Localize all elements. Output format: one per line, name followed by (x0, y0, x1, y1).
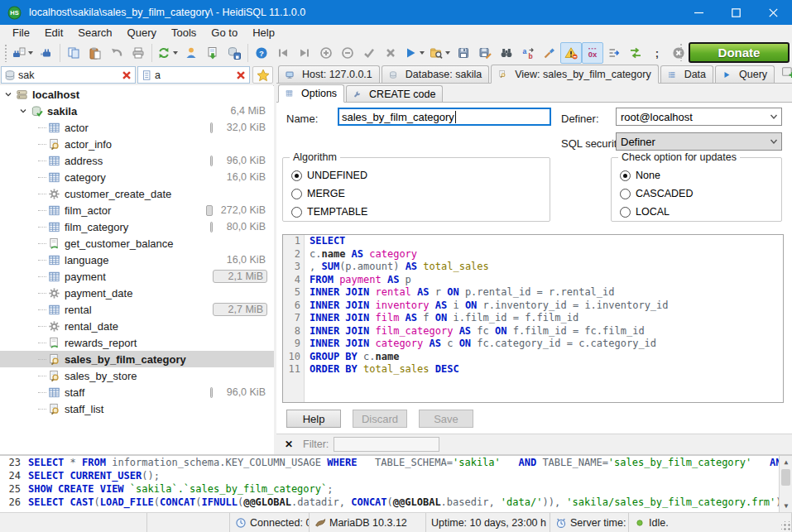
menu-item-search[interactable]: Search (70, 25, 119, 41)
tree-item-rental_date[interactable]: rental_date (0, 318, 274, 334)
tree-item-sales_by_film_category[interactable]: sales_by_film_category (0, 351, 274, 367)
tab-database-sakila[interactable]: Database: sakila (382, 65, 489, 83)
menu-item-file[interactable]: File (5, 25, 37, 41)
radio-dot[interactable] (620, 189, 631, 199)
help-button[interactable]: Help (286, 410, 341, 428)
log-scrollbar[interactable]: ▲ ▼ (779, 456, 792, 512)
menu-item-go-to[interactable]: Go to (204, 25, 245, 41)
subtab-create-code[interactable]: CREATE code (346, 85, 443, 102)
tab-data[interactable]: Data (660, 65, 713, 83)
last-row-button[interactable] (294, 42, 315, 64)
new-query-tab-button[interactable] (781, 65, 792, 81)
dropdown-caret-icon[interactable] (420, 51, 425, 57)
view-select-code-editor[interactable]: 1SELECT2c.name AS category3, SUM(p.amoun… (282, 234, 784, 403)
delete-row-button[interactable] (337, 42, 358, 64)
tree-item-staff[interactable]: staff96,0 KiB (0, 384, 274, 400)
toolbar-grip[interactable] (4, 44, 8, 62)
minimize-button[interactable] (680, 0, 718, 25)
favorites-button[interactable] (252, 66, 273, 84)
dropdown-caret-icon[interactable] (28, 51, 33, 57)
filter-input[interactable] (334, 437, 439, 452)
save-button[interactable]: Save (419, 410, 473, 428)
tree-item-sakila[interactable]: sakila6,4 MiB (0, 103, 274, 119)
delimiter-button[interactable]: ; (646, 42, 668, 64)
warnings-toggle-button[interactable] (560, 42, 582, 64)
clear-table-filter-icon[interactable] (235, 69, 247, 81)
insert-row-button[interactable] (315, 42, 337, 64)
tab-host-127-0-0-1[interactable]: Host: 127.0.0.1 (278, 65, 380, 83)
save-sql-button[interactable] (453, 42, 474, 64)
disconnect-button[interactable] (36, 42, 57, 64)
tree-item-payment_date[interactable]: payment_date (0, 285, 274, 301)
print-button[interactable] (127, 42, 149, 64)
tree-item-payment[interactable]: payment2,1 MiB (0, 268, 274, 285)
tree-item-rewards_report[interactable]: rewards_report (0, 334, 274, 351)
copy-button[interactable] (63, 42, 84, 64)
donate-toolbar-grip[interactable] (679, 43, 684, 61)
sql-log-panel[interactable]: 23SELECT * FROM information_schema.KEY_C… (0, 454, 792, 512)
expand-chevron-icon[interactable] (3, 89, 13, 99)
sql-security-select[interactable]: Definer (616, 132, 782, 151)
expand-chevron-icon[interactable] (18, 106, 28, 116)
tree-item-sales_by_store[interactable]: sales_by_store (0, 367, 274, 384)
radio-temptable[interactable]: TEMPTABLE (291, 206, 367, 218)
dropdown-caret-icon[interactable] (445, 51, 450, 57)
tree-item-actor_info[interactable]: actor_info (0, 136, 274, 152)
radio-merge[interactable]: MERGE (291, 188, 345, 199)
tree-item-language[interactable]: language16,0 KiB (0, 252, 274, 268)
subtab-options[interactable]: Options (278, 84, 344, 103)
help-button[interactable]: ? (251, 42, 272, 64)
user-manager-button[interactable] (180, 42, 202, 64)
clear-button[interactable] (539, 42, 560, 64)
paste-button[interactable] (84, 42, 106, 64)
post-changes-button[interactable] (358, 42, 380, 64)
tree-item-address[interactable]: address96,0 KiB (0, 152, 274, 169)
menu-item-help[interactable]: Help (245, 25, 282, 41)
refresh-button[interactable] (155, 42, 180, 64)
close-filter-bar-icon[interactable]: ✕ (285, 439, 293, 450)
tab-view-sales_by_film_category[interactable]: View: sales_by_film_category (491, 65, 658, 84)
scrollbar-thumb[interactable] (781, 469, 790, 486)
radio-dot[interactable] (291, 170, 302, 181)
scroll-down-icon[interactable]: ▼ (780, 500, 792, 512)
chevron-down-icon[interactable] (766, 108, 781, 125)
tree-item-customer_create_date[interactable]: customer_create_date (0, 185, 274, 202)
close-button[interactable] (755, 0, 792, 25)
view-name-input[interactable]: sales_by_film_category (338, 108, 551, 126)
tree-item-localhost[interactable]: localhost (0, 86, 274, 103)
radio-undefined[interactable]: UNDEFINED (291, 170, 367, 181)
cancel-query-button[interactable] (668, 42, 689, 64)
save-to-database-button[interactable] (223, 42, 245, 64)
definer-select[interactable]: root@localhost (616, 108, 782, 126)
window-resize-grip[interactable] (781, 521, 791, 531)
open-sql-file-button[interactable] (427, 42, 453, 64)
tab-query[interactable]: Query (715, 65, 775, 83)
chevron-down-icon[interactable] (766, 133, 781, 150)
radio-cascaded[interactable]: CASCADED (620, 188, 693, 199)
undo-button[interactable] (106, 42, 127, 64)
cancel-editing-button[interactable] (380, 42, 401, 64)
tree-item-category[interactable]: category16,0 KiB (0, 169, 274, 185)
reformat-sql-button[interactable] (625, 42, 646, 64)
menu-item-edit[interactable]: Edit (37, 25, 70, 41)
hex-view-toggle-button[interactable]: 0x (582, 42, 603, 64)
run-query-button[interactable] (401, 42, 427, 64)
tree-item-film_category[interactable]: film_category80,0 KiB (0, 218, 274, 235)
export-database-button[interactable] (202, 42, 223, 64)
dropdown-caret-icon[interactable] (173, 51, 178, 57)
table-filter-input[interactable]: a (137, 66, 250, 84)
scroll-up-icon[interactable]: ▲ (780, 456, 792, 468)
find-button[interactable] (496, 42, 517, 64)
discard-button[interactable]: Discard (353, 410, 407, 428)
radio-dot[interactable] (620, 207, 631, 218)
session-manager-button[interactable] (10, 42, 36, 64)
radio-local[interactable]: LOCAL (620, 206, 670, 218)
radio-dot[interactable] (291, 189, 302, 199)
tree-item-get_customer_balance[interactable]: get_customer_balance (0, 235, 274, 252)
first-row-button[interactable] (272, 42, 294, 64)
tree-item-staff_list[interactable]: staff_list (0, 400, 274, 417)
replace-button[interactable]: ab (517, 42, 539, 64)
radio-dot[interactable] (291, 207, 302, 218)
radio-none[interactable]: None (620, 170, 660, 181)
menu-item-query[interactable]: Query (120, 25, 164, 41)
